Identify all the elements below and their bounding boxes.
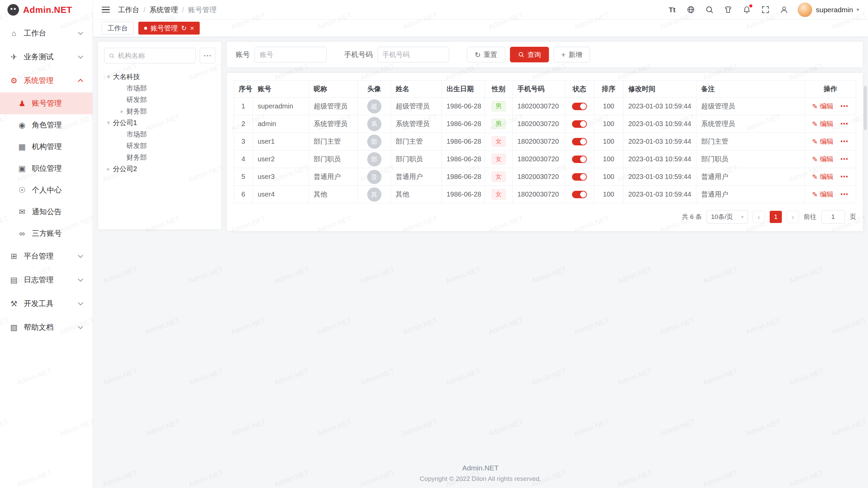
tab-close-icon[interactable]: × bbox=[190, 25, 194, 32]
edit-button[interactable]: ✎编辑 bbox=[812, 172, 833, 181]
edit-button[interactable]: ✎编辑 bbox=[812, 102, 833, 111]
add-button[interactable]: + 新增 bbox=[554, 47, 590, 62]
cell-status bbox=[565, 115, 594, 133]
tree-node[interactable]: 研发部 bbox=[104, 140, 215, 151]
sidebar-item-label: 三方账号 bbox=[32, 228, 82, 239]
breadcrumb-item[interactable]: 账号管理 bbox=[188, 5, 217, 15]
user-icon[interactable] bbox=[779, 5, 789, 15]
search-button[interactable]: 查询 bbox=[510, 47, 549, 62]
globe-icon[interactable] bbox=[686, 5, 696, 15]
org-search-input[interactable] bbox=[118, 52, 191, 60]
org-more-button[interactable]: ⋯ bbox=[200, 48, 215, 63]
home-icon: ⌂ bbox=[9, 29, 19, 38]
sidebar-item-account-management[interactable]: ♟账号管理 bbox=[0, 93, 93, 114]
link-icon: ∞ bbox=[17, 229, 27, 238]
status-toggle[interactable] bbox=[572, 156, 587, 163]
edit-button[interactable]: ✎编辑 bbox=[812, 190, 833, 199]
sidebar-item-label: 开发工具 bbox=[24, 299, 79, 309]
sidebar-item-label: 系统管理 bbox=[24, 76, 79, 86]
caret-down-icon[interactable]: ▾ bbox=[104, 73, 113, 80]
fullscreen-icon[interactable] bbox=[760, 5, 770, 15]
sidebar-item-log-management[interactable]: ▤日志管理 bbox=[0, 268, 93, 292]
account-filter-input[interactable] bbox=[255, 47, 327, 62]
font-size-icon[interactable]: Tt bbox=[667, 5, 677, 15]
caret-right-icon[interactable]: ▸ bbox=[118, 108, 126, 115]
scrollbar-thumb[interactable] bbox=[864, 86, 867, 130]
notification-bell-icon[interactable] bbox=[742, 5, 752, 15]
reset-button[interactable]: ↻ 重置 bbox=[467, 47, 505, 62]
status-toggle[interactable] bbox=[572, 191, 587, 198]
sidebar-item-workbench[interactable]: ⌂工作台 bbox=[0, 21, 93, 45]
tree-node[interactable]: ▾分公司1 bbox=[104, 117, 215, 128]
org-search-box[interactable] bbox=[104, 48, 196, 63]
row-more-button[interactable]: ⋯ bbox=[840, 172, 849, 181]
table-row: 2admin系统管理员系系统管理员1986-06-28男180200307201… bbox=[234, 115, 856, 133]
table-row: 5user3普通用户普普通用户1986-06-28女18020030720100… bbox=[234, 168, 856, 186]
caret-right-icon[interactable]: ▸ bbox=[104, 165, 113, 172]
column-header: 操作 bbox=[805, 81, 856, 98]
sidebar-item-system-management[interactable]: ⚙系统管理 bbox=[0, 69, 93, 93]
prev-page-button[interactable]: ‹ bbox=[753, 211, 765, 223]
row-more-button[interactable]: ⋯ bbox=[840, 137, 849, 146]
cell-avatar: 其 bbox=[358, 186, 391, 203]
row-more-button[interactable]: ⋯ bbox=[840, 190, 849, 199]
sidebar-item-dev-tools[interactable]: ⚒开发工具 bbox=[0, 292, 93, 316]
chevron-down-icon bbox=[78, 324, 83, 329]
tree-node[interactable]: 市场部 bbox=[104, 128, 215, 140]
status-toggle[interactable] bbox=[572, 120, 587, 128]
row-more-button[interactable]: ⋯ bbox=[840, 102, 849, 110]
edit-button[interactable]: ✎编辑 bbox=[812, 155, 833, 164]
edit-button[interactable]: ✎编辑 bbox=[812, 119, 833, 128]
phone-filter-label: 手机号码 bbox=[344, 50, 373, 59]
sidebar-item-third-party-account[interactable]: ∞三方账号 bbox=[0, 223, 93, 244]
sidebar-item-business-test[interactable]: ✈业务测试 bbox=[0, 45, 93, 69]
sidebar-item-role-management[interactable]: ◉角色管理 bbox=[0, 114, 93, 136]
tree-node[interactable]: 市场部 bbox=[104, 82, 215, 94]
avatar: 普 bbox=[367, 170, 381, 184]
status-toggle[interactable] bbox=[572, 173, 587, 181]
status-toggle[interactable] bbox=[572, 103, 587, 110]
tab-refresh-icon[interactable]: ↻ bbox=[181, 25, 187, 32]
tab-workbench[interactable]: 工作台 bbox=[102, 22, 134, 35]
cell-remark: 超级管理员 bbox=[696, 98, 805, 115]
cell-name: 其他 bbox=[391, 186, 442, 203]
edit-icon: ✎ bbox=[812, 155, 818, 163]
page-number-button[interactable]: 1 bbox=[770, 211, 782, 223]
user-menu[interactable]: superadmin ▾ bbox=[797, 2, 859, 17]
edit-button[interactable]: ✎编辑 bbox=[812, 137, 833, 146]
cell-nickname: 系统管理员 bbox=[309, 115, 358, 133]
tree-node[interactable]: ▸分公司2 bbox=[104, 163, 215, 175]
breadcrumb-item[interactable]: 系统管理 bbox=[150, 5, 178, 15]
tree-node[interactable]: ▸财务部 bbox=[104, 105, 215, 117]
sidebar-item-position-management[interactable]: ▣职位管理 bbox=[0, 158, 93, 179]
sidebar-item-notice-announcement[interactable]: ✉通知公告 bbox=[0, 201, 93, 223]
goto-page-input[interactable] bbox=[821, 210, 845, 224]
row-more-button[interactable]: ⋯ bbox=[840, 155, 849, 163]
column-header: 昵称 bbox=[309, 81, 358, 98]
gear-icon: ⚙ bbox=[9, 76, 19, 85]
footer-title: Admin.NET bbox=[93, 464, 868, 472]
menu-toggle-icon[interactable] bbox=[102, 5, 110, 14]
status-toggle[interactable] bbox=[572, 138, 587, 145]
phone-filter-input[interactable] bbox=[377, 47, 449, 62]
breadcrumb-item[interactable]: 工作台 bbox=[118, 5, 139, 15]
cell-index: 4 bbox=[234, 150, 253, 168]
tree-node[interactable]: ▾大名科技 bbox=[104, 71, 215, 82]
next-page-button[interactable]: › bbox=[787, 211, 799, 223]
account-filter-label: 账号 bbox=[236, 50, 250, 59]
tab-account-management[interactable]: 账号管理↻× bbox=[138, 22, 200, 35]
page-size-select[interactable]: 10条/页 ▾ bbox=[707, 210, 748, 224]
cell-actions: ✎编辑⋯ bbox=[805, 98, 856, 115]
sidebar-item-help-docs[interactable]: ▧帮助文档 bbox=[0, 316, 93, 339]
row-more-button[interactable]: ⋯ bbox=[840, 119, 849, 128]
cell-name: 部门职员 bbox=[391, 150, 442, 168]
cell-account: superadmin bbox=[253, 98, 309, 115]
tree-node[interactable]: 财务部 bbox=[104, 151, 215, 163]
theme-icon[interactable] bbox=[723, 5, 733, 15]
sidebar-item-platform-management[interactable]: ⊞平台管理 bbox=[0, 244, 93, 268]
search-icon[interactable] bbox=[704, 5, 714, 15]
sidebar-item-org-management[interactable]: ▦机构管理 bbox=[0, 136, 93, 158]
sidebar-item-profile-center[interactable]: ☉个人中心 bbox=[0, 179, 93, 201]
tree-node[interactable]: 研发部 bbox=[104, 94, 215, 105]
caret-down-icon[interactable]: ▾ bbox=[104, 119, 113, 126]
